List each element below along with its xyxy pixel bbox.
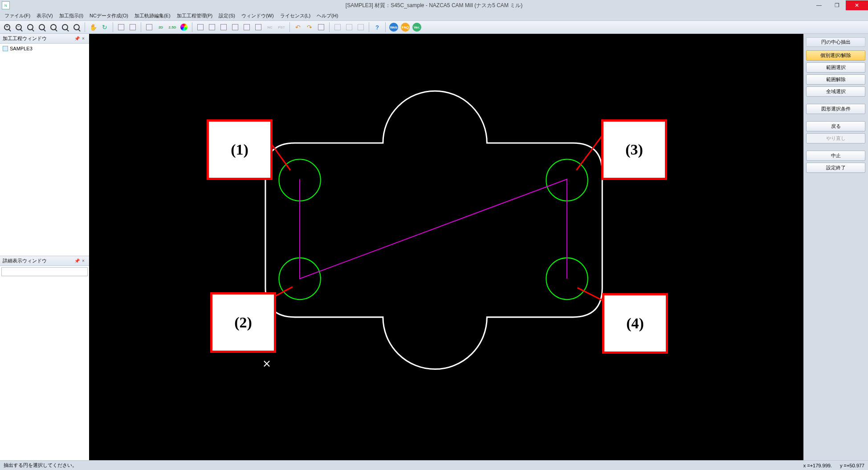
panel-close-icon[interactable]: × xyxy=(80,257,86,264)
menu-window[interactable]: ウィンドウ(W) xyxy=(239,12,277,20)
viewport[interactable]: (1) (2) (3) (4) xyxy=(89,34,803,460)
toolbar-separator xyxy=(385,22,386,32)
btn-individual-select[interactable]: 個別選択/解除 xyxy=(806,50,865,61)
process-panel-header: 加工工程ウィンドウ 📌 × xyxy=(0,34,89,44)
menu-procmgmt[interactable]: 加工工程管理(P) xyxy=(174,12,216,20)
del3-icon xyxy=(355,22,366,33)
menu-help[interactable]: ヘルプ(H) xyxy=(314,12,341,20)
btn-shape-condition[interactable]: 図形選択条件 xyxy=(806,104,865,114)
detail-panel-title: 詳細表示ウィンドウ xyxy=(3,257,47,264)
callout-3: (3) xyxy=(601,119,667,180)
toolbar-separator xyxy=(113,22,113,32)
status-message: 抽出する円を選択してください。 xyxy=(4,462,77,469)
titlebar: N [SAMPLE3] 材質：S45C_sample - NAZCA5 CAM … xyxy=(0,0,868,11)
toolbar-separator xyxy=(369,22,369,32)
print-icon[interactable] xyxy=(127,22,138,33)
part-outline xyxy=(265,91,602,369)
doc2-icon[interactable] xyxy=(207,22,217,33)
sim-icon[interactable] xyxy=(253,22,264,33)
callout-1: (1) xyxy=(207,119,273,180)
coord-y: y =+50.977 xyxy=(840,463,864,468)
detail-input[interactable] xyxy=(1,267,88,276)
maximize-button[interactable]: ❐ xyxy=(828,0,846,10)
zoom-fit-icon[interactable] xyxy=(37,22,47,33)
detail-panel: 詳細表示ウィンドウ 📌 × xyxy=(0,256,89,460)
doc4-icon[interactable] xyxy=(230,22,240,33)
ver-icon[interactable]: Ver. xyxy=(412,22,422,33)
process-panel-title: 加工工程ウィンドウ xyxy=(3,35,47,42)
menu-license[interactable]: ライセンス(L) xyxy=(277,12,313,20)
list-icon[interactable] xyxy=(316,22,326,33)
toolpath-2d-icon[interactable]: 2D xyxy=(155,22,166,33)
zoom-window-icon[interactable] xyxy=(25,22,36,33)
doc5-icon[interactable] xyxy=(241,22,252,33)
btn-finish[interactable]: 設定終了 xyxy=(806,163,865,173)
callout-2: (2) xyxy=(210,292,276,353)
btn-all-select[interactable]: 全域選択 xyxy=(806,86,865,97)
menu-view[interactable]: 表示(V) xyxy=(34,12,56,20)
right-panel-title: 円の中心抽出 xyxy=(806,37,865,47)
nc-icon: NC xyxy=(265,22,275,33)
statusbar: 抽出する円を選択してください。 x =+179.999. y =+50.977 xyxy=(0,460,868,470)
coord-x: x =+179.999. xyxy=(803,463,832,468)
zoom-next-icon[interactable] xyxy=(71,22,82,33)
color-wheel-icon[interactable] xyxy=(179,22,189,33)
btn-range-release[interactable]: 範囲解除 xyxy=(806,74,865,85)
callout-4: (4) xyxy=(602,293,668,354)
detail-body xyxy=(0,266,89,460)
minimize-button[interactable]: — xyxy=(810,0,828,10)
toolbar-separator xyxy=(329,22,330,32)
app-icon: N xyxy=(2,1,10,9)
redo-icon[interactable]: ↷ xyxy=(304,22,315,33)
tree-root-node[interactable]: SAMPLE3 xyxy=(3,45,86,52)
web-icon[interactable]: Web xyxy=(388,22,399,33)
toolbar-separator xyxy=(192,22,192,32)
pst-icon: PST xyxy=(276,22,287,33)
menu-settings[interactable]: 設定(S) xyxy=(216,12,238,20)
callout-leader-4 xyxy=(577,288,604,301)
doc1-icon[interactable] xyxy=(195,22,206,33)
del2-icon xyxy=(344,22,355,33)
pin-icon[interactable]: 📌 xyxy=(74,36,80,42)
origin-marker xyxy=(264,361,269,366)
toolbar-separator xyxy=(289,22,290,32)
layer-icon[interactable] xyxy=(116,22,126,33)
pan-icon[interactable]: ✋ xyxy=(88,22,98,33)
refresh-icon[interactable]: ↻ xyxy=(99,22,110,33)
left-sidebar: 加工工程ウィンドウ 📌 × SAMPLE3 詳細表示ウィンドウ 📌 × xyxy=(0,34,89,460)
pin-icon[interactable]: 📌 xyxy=(74,257,80,264)
faq-icon[interactable]: FAQ xyxy=(400,22,411,33)
window-controls: — ❐ ✕ xyxy=(810,0,868,10)
menu-ncdata[interactable]: NCデータ作成(O) xyxy=(87,12,131,20)
measure-icon[interactable] xyxy=(144,22,155,33)
right-sidebar: 円の中心抽出 個別選択/解除 範囲選択 範囲解除 全域選択 図形選択条件 戻る … xyxy=(803,34,868,460)
toolbar-separator xyxy=(141,22,141,32)
close-button[interactable]: ✕ xyxy=(846,0,868,10)
del1-icon xyxy=(332,22,343,33)
zoom-in-icon[interactable] xyxy=(2,22,12,33)
main-area: 加工工程ウィンドウ 📌 × SAMPLE3 詳細表示ウィンドウ 📌 × xyxy=(0,34,868,460)
tree-node-icon xyxy=(3,46,8,51)
window-title: [SAMPLE3] 材質：S45C_sample - NAZCA5 CAM Mi… xyxy=(346,2,522,9)
zoom-prev-icon[interactable] xyxy=(60,22,70,33)
menubar: ファイル(F) 表示(V) 加工指示(I) NCデータ作成(O) 加工軌跡編集(… xyxy=(0,11,868,20)
toolbar: ✋↻2D2.5DNCPST↶↷?WebFAQVer. xyxy=(0,20,868,34)
menu-machining[interactable]: 加工指示(I) xyxy=(57,12,86,20)
zoom-1to1-icon[interactable] xyxy=(48,22,59,33)
btn-stop[interactable]: 中止 xyxy=(806,151,865,161)
process-tree[interactable]: SAMPLE3 xyxy=(0,44,89,256)
detail-panel-header: 詳細表示ウィンドウ 📌 × xyxy=(0,256,89,266)
menu-file[interactable]: ファイル(F) xyxy=(2,12,33,20)
btn-range-select[interactable]: 範囲選択 xyxy=(806,62,865,73)
toolpath-250-icon[interactable]: 2.5D xyxy=(167,22,178,33)
btn-back[interactable]: 戻る xyxy=(806,121,865,131)
panel-close-icon[interactable]: × xyxy=(80,36,86,42)
doc3-icon[interactable] xyxy=(218,22,229,33)
cad-canvas[interactable] xyxy=(89,34,803,460)
zoom-out-icon[interactable] xyxy=(13,22,24,33)
menu-trajedit[interactable]: 加工軌跡編集(E) xyxy=(132,12,173,20)
help-icon[interactable]: ? xyxy=(372,22,383,33)
btn-redo: やり直し xyxy=(806,133,865,143)
coordinate-readout: x =+179.999. y =+50.977 xyxy=(803,463,864,468)
undo-icon[interactable]: ↶ xyxy=(293,22,303,33)
